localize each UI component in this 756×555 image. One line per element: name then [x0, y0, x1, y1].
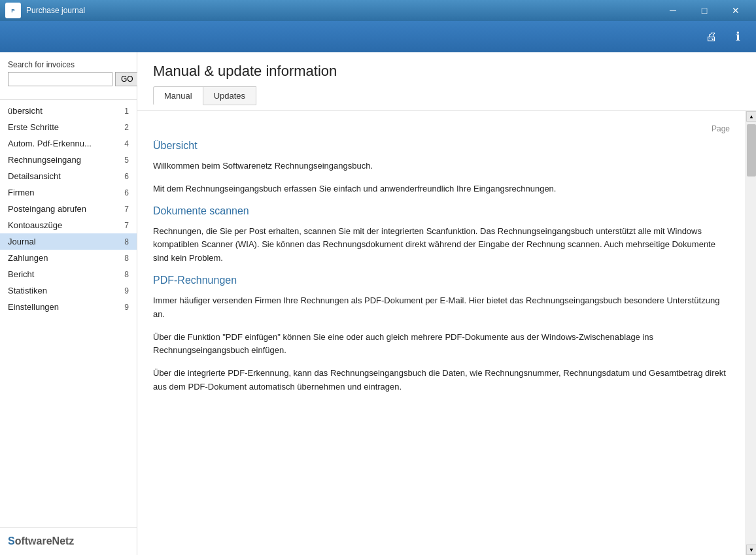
content-paragraph: Rechnungen, die Sie per Post erhalten, s…: [153, 225, 730, 265]
content-scroll[interactable]: Page ÜbersichtWillkommen beim Softwarene…: [137, 111, 746, 555]
toolbar: 🖨 ℹ: [0, 21, 756, 52]
nav-item-label: Erste Schritte: [8, 122, 59, 132]
logo-s: S: [8, 535, 15, 547]
search-label: Search for invoices: [8, 60, 129, 69]
scrollbar-track[interactable]: ▲ ▼: [746, 111, 756, 555]
nav-item[interactable]: Erste Schritte2: [0, 119, 137, 135]
scroll-thumb[interactable]: [747, 124, 756, 177]
nav-item-page: 9: [124, 286, 129, 295]
nav-item-label: Firmen: [8, 188, 34, 197]
tab-manual[interactable]: Manual: [153, 86, 203, 105]
tab-updates[interactable]: Updates: [203, 86, 256, 105]
minimize-button[interactable]: ─: [658, 0, 688, 21]
nav-item[interactable]: übersicht1: [0, 103, 137, 119]
content-area: Manual & update information ManualUpdate…: [137, 52, 756, 555]
nav-item[interactable]: Zahlungen8: [0, 250, 137, 266]
nav-item[interactable]: Bericht8: [0, 266, 137, 282]
window-title: Purchase journal: [26, 6, 85, 15]
section-heading: PDF-Rechnungen: [153, 275, 730, 286]
content-paragraph: Über die integrierte PDF-Erkennung, kann…: [153, 367, 730, 394]
nav-item-label: Statistiken: [8, 286, 47, 295]
nav-item-page: 7: [124, 205, 129, 214]
app-logo: P: [5, 3, 21, 18]
content-paragraph: Immer häufiger versenden Firmen Ihre Rec…: [153, 294, 730, 322]
nav-item-page: 8: [124, 237, 129, 246]
nav-item[interactable]: Rechnungseingang5: [0, 152, 137, 168]
sidebar-divider: [0, 99, 137, 100]
nav-item-label: Journal: [8, 237, 36, 246]
nav-item[interactable]: Einstellungen9: [0, 299, 137, 315]
nav-item-label: Bericht: [8, 269, 34, 279]
content-header: Manual & update information ManualUpdate…: [137, 52, 756, 111]
section-heading: Übersicht: [153, 140, 730, 152]
nav-item-page: 7: [124, 221, 129, 230]
main-layout: Search for invoices GO übersicht1Erste S…: [0, 52, 756, 555]
logo-rest: oftwareNetz: [15, 535, 75, 547]
nav-item-page: 9: [124, 303, 129, 312]
nav-item-page: 8: [124, 254, 129, 263]
content-paragraph: Über die Funktion "PDF einfügen" können …: [153, 331, 730, 358]
nav-list: übersicht1Erste Schritte2Autom. Pdf-Erke…: [0, 103, 137, 315]
go-button[interactable]: GO: [115, 72, 139, 86]
nav-item-label: Autom. Pdf-Erkennu...: [8, 139, 92, 148]
nav-item-label: übersicht: [8, 106, 43, 116]
nav-item-label: Detailsansicht: [8, 171, 61, 181]
nav-item-label: Einstellungen: [8, 302, 59, 312]
softwarenetz-logo: SoftwareNetz: [8, 535, 129, 547]
info-icon: ℹ: [736, 29, 740, 44]
content-paragraph: Mit dem Rechnungseingangsbuch erfassen S…: [153, 182, 730, 196]
tabs: ManualUpdates: [153, 86, 740, 105]
nav-item-label: Posteingang abrufen: [8, 204, 86, 214]
nav-item-page: 6: [124, 172, 129, 181]
sidebar: Search for invoices GO übersicht1Erste S…: [0, 52, 137, 555]
nav-item-label: Zahlungen: [8, 253, 48, 263]
nav-item-page: 6: [124, 188, 129, 197]
nav-item-page: 5: [124, 156, 129, 165]
nav-item[interactable]: Kontoauszüge7: [0, 217, 137, 233]
search-input[interactable]: [8, 72, 112, 86]
section-heading: Dokumente scannen: [153, 205, 730, 217]
page-title: Manual & update information: [153, 63, 740, 80]
search-row: GO: [8, 72, 129, 86]
content-body: Page ÜbersichtWillkommen beim Softwarene…: [137, 111, 756, 555]
maximize-button[interactable]: □: [689, 0, 719, 21]
info-button[interactable]: ℹ: [727, 26, 748, 47]
content-sections: ÜbersichtWillkommen beim Softwarenetz Re…: [153, 140, 730, 394]
titlebar-left: P Purchase journal: [5, 3, 85, 18]
print-button[interactable]: 🖨: [701, 26, 722, 47]
content-paragraph: Willkommen beim Softwarenetz Rechnungsei…: [153, 160, 730, 173]
nav-item-page: 4: [124, 139, 129, 148]
scroll-arrow-up[interactable]: ▲: [746, 111, 756, 122]
nav-item-page: 8: [124, 270, 129, 279]
nav-item[interactable]: Detailsansicht6: [0, 168, 137, 184]
print-icon: 🖨: [706, 30, 717, 44]
sidebar-footer: SoftwareNetz: [0, 527, 137, 555]
nav-item[interactable]: Statistiken9: [0, 282, 137, 299]
nav-item-label: Kontoauszüge: [8, 220, 62, 230]
close-button[interactable]: ✕: [721, 0, 751, 21]
nav-item[interactable]: Posteingang abrufen7: [0, 201, 137, 217]
window-controls: ─ □ ✕: [658, 0, 751, 21]
titlebar: P Purchase journal ─ □ ✕: [0, 0, 756, 21]
nav-item[interactable]: Autom. Pdf-Erkennu...4: [0, 135, 137, 152]
nav-item[interactable]: Firmen6: [0, 184, 137, 201]
search-section: Search for invoices GO: [0, 60, 137, 97]
nav-item[interactable]: Journal8: [0, 233, 137, 250]
scroll-arrow-down[interactable]: ▼: [746, 545, 756, 555]
page-note: Page: [153, 124, 730, 133]
nav-item-label: Rechnungseingang: [8, 155, 81, 165]
nav-item-page: 2: [124, 123, 129, 132]
nav-item-page: 1: [124, 107, 129, 116]
